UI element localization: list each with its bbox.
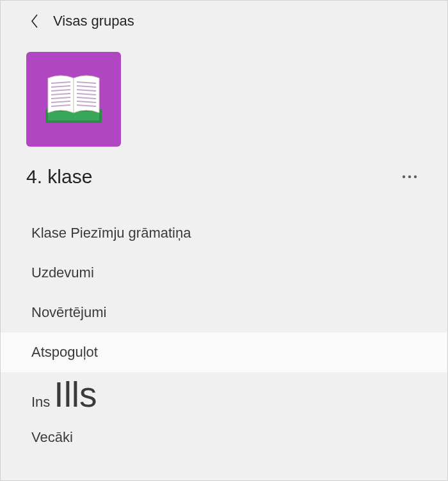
header-title[interactable]: Visas grupas [53, 13, 134, 29]
team-title: 4. klase [26, 166, 92, 188]
nav-item-insights[interactable]: Ins Ills [1, 372, 447, 418]
nav-item-grades[interactable]: Novērtējumi [1, 293, 447, 332]
book-icon [42, 69, 106, 130]
nav-list: Klase Piezīmju grāmatiņa Uzdevumi Novērt… [1, 213, 447, 457]
back-button[interactable] [26, 12, 44, 30]
more-horizontal-icon [401, 174, 418, 179]
svg-point-16 [403, 175, 405, 178]
nav-item-reflect[interactable]: Atspoguļot [1, 332, 447, 372]
svg-point-17 [408, 175, 411, 178]
chevron-left-icon [29, 12, 41, 30]
nav-item-assignments[interactable]: Uzdevumi [1, 253, 447, 293]
team-avatar [26, 52, 121, 147]
nav-item-parents[interactable]: Vecāki [1, 418, 447, 457]
more-button[interactable] [399, 172, 420, 182]
nav-item-label-overlay: Ills [54, 377, 97, 412]
nav-item-notebook[interactable]: Klase Piezīmju grāmatiņa [1, 213, 447, 253]
sidebar-panel: Visas grupas 4. klase [0, 0, 448, 481]
header: Visas grupas [1, 1, 447, 39]
nav-item-label-prefix: Ins [31, 394, 50, 411]
svg-point-18 [414, 175, 417, 178]
team-title-row: 4. klase [1, 147, 447, 194]
